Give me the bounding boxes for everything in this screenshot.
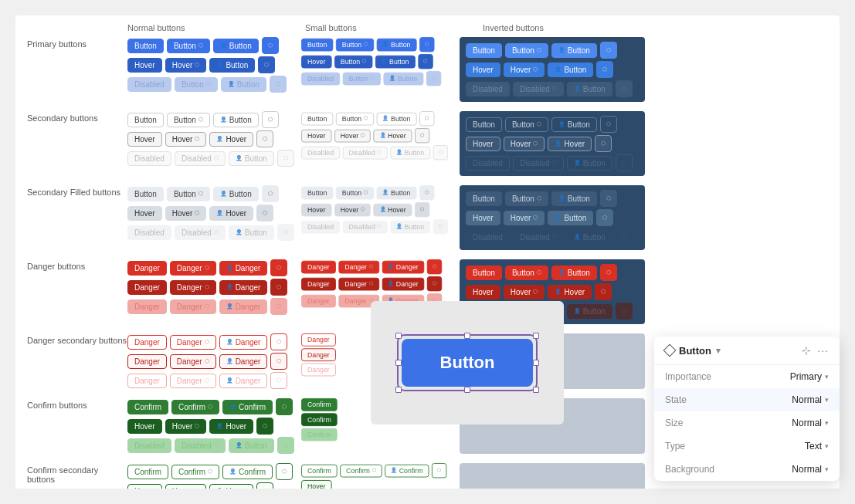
- sm-sec-icon-left-btn[interactable]: 👤 Button: [377, 112, 417, 125]
- csec-icon-btn[interactable]: Confirm ⬡: [171, 465, 219, 479]
- sm-primary-hover-icon-btn[interactable]: Button ⬡: [334, 55, 372, 68]
- primary-hover-icon-left-btn[interactable]: 👤 Button: [209, 58, 255, 73]
- danger-hover-icon-btn[interactable]: Danger ⬡: [170, 280, 216, 295]
- sm-primary-hover-icon-only-btn[interactable]: ⬡: [418, 54, 433, 69]
- primary-normal-icon-only-btn[interactable]: ⬡: [262, 37, 279, 54]
- csec-icon-only-btn[interactable]: ⬡: [276, 463, 293, 480]
- secf-icon-only-btn[interactable]: ⬡: [262, 185, 279, 202]
- state-value[interactable]: Normal ▾: [792, 394, 829, 405]
- sec-normal-btn[interactable]: Button: [127, 113, 164, 127]
- sm-danger-icon-only-btn[interactable]: ⬡: [427, 259, 442, 274]
- sm-secf-hover-btn[interactable]: Hover: [301, 203, 331, 216]
- sec-hover-icon-left-btn[interactable]: 👤 Hover: [209, 132, 253, 147]
- sm-danger-icon-btn[interactable]: Danger ⬡: [338, 260, 379, 273]
- inv-danger-normal-btn[interactable]: Button: [466, 266, 502, 280]
- type-value[interactable]: Text ▾: [805, 441, 829, 452]
- csec-icon-left-btn[interactable]: 👤 Confirm: [222, 465, 273, 479]
- confirm-hover-icon-only-btn[interactable]: ⬡: [256, 418, 273, 435]
- sm-csec-icon-only-btn[interactable]: ⬡: [432, 463, 446, 478]
- sm-primary-normal-btn[interactable]: Button: [301, 38, 333, 51]
- inv-primary-hover-icon-btn[interactable]: Hover ⬡: [504, 63, 545, 77]
- dsec-icon-btn[interactable]: Danger ⬡: [170, 335, 216, 350]
- primary-normal-icon-btn[interactable]: Button ⬡: [167, 39, 210, 53]
- handle-bm[interactable]: [464, 387, 470, 393]
- dsec-hover-icon-btn[interactable]: Danger ⬡: [170, 354, 216, 369]
- handle-mr[interactable]: [533, 360, 539, 366]
- sm-confirm-normal-btn[interactable]: Confirm: [301, 398, 338, 411]
- secf-hover-icon-btn[interactable]: Hover ⬡: [165, 206, 207, 221]
- sm-csec-icon-btn[interactable]: Confirm ⬡: [340, 464, 382, 477]
- sec-hover-icon-btn[interactable]: Hover ⬡: [165, 132, 207, 147]
- danger-icon-only-btn[interactable]: ⬡: [270, 259, 287, 276]
- inv-danger-hover-btn[interactable]: Hover: [466, 285, 500, 299]
- sec-hover-btn[interactable]: Hover: [127, 132, 162, 147]
- size-value[interactable]: Normal ▾: [792, 418, 829, 428]
- move-icon[interactable]: ⊹: [802, 344, 811, 357]
- preview-button[interactable]: Button: [402, 339, 534, 387]
- primary-normal-btn[interactable]: Button: [127, 39, 164, 53]
- dsec-icon-only-btn[interactable]: ⬡: [270, 333, 287, 350]
- csec-hover-icon-btn[interactable]: Hover ⬡: [165, 484, 207, 489]
- sm-primary-icon-left-btn[interactable]: 👤 Button: [377, 38, 417, 51]
- sec-normal-icon-btn[interactable]: Button ⬡: [167, 113, 210, 127]
- dsec-hover-icon-left-btn[interactable]: 👤 Danger: [219, 354, 268, 369]
- sm-primary-normal-icon-btn[interactable]: Button ⬡: [336, 38, 374, 51]
- sm-danger-icon-left-btn[interactable]: 👤 Danger: [382, 260, 424, 273]
- sm-danger-normal-btn[interactable]: Danger: [301, 260, 336, 273]
- csec-hover-icon-left-btn[interactable]: 👤 Hover: [209, 484, 253, 489]
- inv-primary-hover-icon-only-btn[interactable]: ⬡: [596, 61, 613, 78]
- sec-icon-left-btn[interactable]: 👤 Button: [213, 113, 259, 127]
- csec-hover-btn[interactable]: Hover: [127, 484, 162, 489]
- sm-dsec-hover-btn[interactable]: Danger: [301, 348, 336, 361]
- inv-sec-hover-icon-btn[interactable]: Hover ⬡: [504, 137, 545, 151]
- confirm-hover-btn[interactable]: Hover: [127, 419, 162, 434]
- handle-tr[interactable]: [533, 333, 539, 339]
- primary-hover-icon-only-btn[interactable]: ⬡: [258, 56, 275, 73]
- sm-secf-hover-icon-left-btn[interactable]: 👤 Hover: [374, 203, 412, 216]
- sm-secf-hover-icon-btn[interactable]: Hover ⬡: [334, 203, 371, 216]
- inv-danger-icon-left-btn[interactable]: 👤 Button: [551, 266, 597, 280]
- sm-danger-hover-icon-btn[interactable]: Danger ⬡: [338, 277, 379, 290]
- inv-secf-icon-only-btn[interactable]: ⬡: [600, 190, 617, 207]
- sm-primary-hover-icon-left-btn[interactable]: 👤 Button: [375, 55, 416, 68]
- csec-normal-btn[interactable]: Confirm: [127, 465, 168, 479]
- sm-csec-hover-btn[interactable]: Hover: [301, 480, 331, 489]
- secf-normal-icon-btn[interactable]: Button ⬡: [167, 187, 210, 201]
- inv-sec-icon-left-btn[interactable]: 👤 Button: [551, 117, 597, 132]
- sm-sec-normal-btn[interactable]: Button: [301, 112, 333, 125]
- confirm-hover-icon-btn[interactable]: Hover ⬡: [165, 419, 207, 434]
- inv-secf-hover-btn[interactable]: Hover: [466, 211, 500, 225]
- inv-primary-hover-btn[interactable]: Hover: [466, 63, 500, 77]
- secf-normal-btn[interactable]: Button: [127, 187, 164, 201]
- sm-danger-hover-icon-only-btn[interactable]: ⬡: [427, 276, 442, 291]
- primary-hover-btn[interactable]: Hover: [127, 58, 162, 73]
- inv-primary-icon-left-btn[interactable]: 👤 Button: [551, 43, 597, 58]
- handle-tl[interactable]: [395, 333, 402, 339]
- inv-danger-icon-only-btn[interactable]: ⬡: [600, 264, 617, 281]
- sm-danger-hover-icon-left-btn[interactable]: 👤 Danger: [382, 277, 424, 290]
- dsec-hover-icon-only-btn[interactable]: ⬡: [270, 353, 287, 370]
- inv-sec-icon-btn[interactable]: Button ⬡: [505, 117, 548, 132]
- danger-hover-btn[interactable]: Danger: [127, 280, 167, 295]
- inv-danger-hover-icon-left-btn[interactable]: 👤 Hover: [548, 285, 592, 299]
- inv-danger-hover-icon-only-btn[interactable]: ⬡: [595, 283, 612, 300]
- inv-sec-hover-icon-only-btn[interactable]: ⬡: [595, 135, 612, 152]
- inv-primary-normal-btn[interactable]: Button: [466, 43, 502, 58]
- handle-br[interactable]: [533, 387, 539, 393]
- inv-secf-hover-icon-btn[interactable]: Hover ⬡: [504, 211, 545, 225]
- secf-hover-btn[interactable]: Hover: [127, 206, 162, 221]
- inv-secf-icon-btn[interactable]: Button ⬡: [505, 191, 548, 206]
- primary-normal-icon-left-btn[interactable]: 👤 Button: [213, 39, 259, 53]
- handle-bl[interactable]: [395, 387, 402, 393]
- inv-secf-icon-left-btn[interactable]: 👤 Button: [551, 191, 597, 206]
- sm-dsec-normal-btn[interactable]: Danger: [301, 333, 336, 347]
- inv-primary-normal-icon-btn[interactable]: Button ⬡: [505, 43, 548, 58]
- sec-hover-icon-only-btn[interactable]: ⬡: [256, 130, 273, 147]
- sm-sec-hover-btn[interactable]: Hover: [301, 129, 331, 142]
- inv-primary-hover-icon-left-btn[interactable]: 👤 Button: [548, 63, 593, 77]
- confirm-hover-icon-left-btn[interactable]: 👤 Hover: [209, 419, 253, 434]
- dsec-icon-left-btn[interactable]: 👤 Danger: [219, 335, 268, 350]
- sm-secf-hover-icon-only-btn[interactable]: ⬡: [415, 202, 429, 217]
- sm-secf-normal-btn[interactable]: Button: [301, 186, 333, 199]
- secf-hover-icon-left-btn[interactable]: 👤 Hover: [209, 206, 253, 221]
